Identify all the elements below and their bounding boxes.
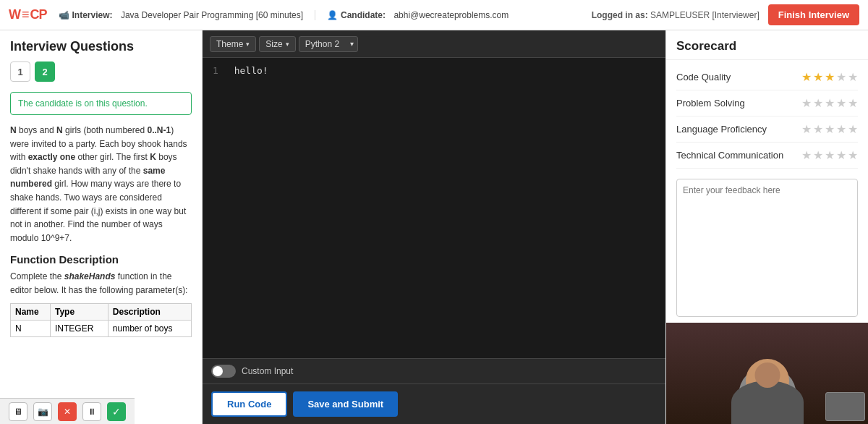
candidate-icon: 👤	[327, 10, 338, 20]
col-desc: Description	[108, 303, 191, 320]
score-items: Code Quality ★ ★ ★ ★ ★ Problem Solving ★…	[666, 60, 868, 173]
stars-problem-solving[interactable]: ★ ★ ★ ★ ★	[801, 96, 858, 110]
score-item-code-quality: Code Quality ★ ★ ★ ★ ★	[676, 64, 858, 90]
score-item-problem-solving: Problem Solving ★ ★ ★ ★ ★	[676, 90, 858, 116]
star-3[interactable]: ★	[825, 122, 835, 136]
star-2[interactable]: ★	[813, 122, 823, 136]
score-label-technical-communication: Technical Communication	[676, 150, 783, 161]
editor-toolbar: Theme ▾ Size ▾ Python 2 Python 3 Java C+…	[203, 30, 665, 58]
screen-share-icon: 🖥	[14, 407, 22, 417]
params-table: Name Type Description N INTEGER number o…	[10, 303, 192, 337]
video-area	[666, 323, 868, 424]
star-1[interactable]: ★	[801, 96, 812, 110]
save-submit-button[interactable]: Save and Submit	[293, 391, 398, 417]
screen-share-button[interactable]: 🖥	[9, 402, 27, 421]
star-5[interactable]: ★	[848, 96, 858, 110]
star-1[interactable]: ★	[801, 148, 812, 162]
lang-wrapper: Python 2 Python 3 Java C++ C	[299, 36, 358, 52]
score-item-technical-communication: Technical Communication ★ ★ ★ ★ ★	[676, 143, 858, 169]
star-5[interactable]: ★	[848, 122, 858, 136]
camera-icon: 📷	[38, 407, 48, 417]
question-nums: 1 2	[10, 62, 192, 82]
topbar-candidate: 👤 Candidate: abhi@wecreateproblems.com	[327, 10, 592, 20]
score-label-code-quality: Code Quality	[676, 72, 731, 82]
questions-title: Interview Questions	[10, 39, 192, 54]
left-panel: Interview Questions 1 2 The candidate is…	[0, 30, 203, 424]
editor-actions: Run Code Save and Submit	[203, 383, 665, 424]
question-body: N boys and N girls (both numbered 0..N-1…	[10, 124, 192, 245]
star-4[interactable]: ★	[836, 122, 846, 136]
candidate-email: abhi@wecreateproblems.com	[393, 10, 509, 20]
center-panel: Theme ▾ Size ▾ Python 2 Python 3 Java C+…	[203, 30, 665, 424]
editor-bottom-bar: Custom Input	[203, 358, 665, 383]
logo: W≡CP	[9, 7, 47, 22]
star-4[interactable]: ★	[836, 148, 846, 162]
theme-label: Theme	[216, 39, 243, 49]
topbar-interview: 📹 Interview: Java Developer Pair Program…	[59, 10, 315, 20]
score-item-language-proficiency: Language Proficiency ★ ★ ★ ★ ★	[676, 116, 858, 143]
right-panel: Scorecard Code Quality ★ ★ ★ ★ ★ Problem…	[665, 30, 868, 424]
main-layout: Interview Questions 1 2 The candidate is…	[0, 30, 868, 424]
toggle-knob	[213, 366, 223, 376]
question-num-2[interactable]: 2	[35, 62, 55, 82]
logged-info: Logged in as: SAMPLEUSER [Interviewer]	[592, 10, 760, 20]
star-4[interactable]: ★	[836, 70, 846, 84]
language-select[interactable]: Python 2 Python 3 Java C++ C	[299, 36, 358, 52]
function-description-text: Complete the shakeHands function in the …	[10, 270, 192, 297]
custom-input-label: Custom Input	[242, 366, 293, 376]
scorecard-title: Scorecard	[666, 30, 868, 60]
question-num-1[interactable]: 1	[10, 62, 30, 82]
score-label-problem-solving: Problem Solving	[676, 98, 745, 109]
star-3[interactable]: ★	[825, 70, 835, 84]
param-desc: number of boys	[108, 320, 191, 336]
end-button[interactable]: ✕	[58, 402, 77, 421]
stars-technical-communication[interactable]: ★ ★ ★ ★ ★	[801, 148, 858, 162]
stars-language-proficiency[interactable]: ★ ★ ★ ★ ★	[801, 122, 858, 136]
theme-chevron-icon: ▾	[246, 41, 250, 48]
function-description-title: Function Description	[10, 253, 192, 266]
star-1[interactable]: ★	[801, 70, 812, 84]
custom-input-toggle: Custom Input	[211, 365, 293, 378]
star-2[interactable]: ★	[813, 96, 823, 110]
score-label-language-proficiency: Language Proficiency	[676, 124, 767, 135]
candidate-label: Candidate:	[341, 10, 386, 20]
pause-icon: ⏸	[88, 407, 96, 417]
video-small-thumbnail	[825, 392, 865, 421]
star-5[interactable]: ★	[848, 70, 858, 84]
custom-input-switch[interactable]	[211, 365, 236, 378]
star-2[interactable]: ★	[813, 70, 823, 84]
table-row: N INTEGER number of boys	[11, 320, 192, 336]
topbar: W≡CP 📹 Interview: Java Developer Pair Pr…	[0, 0, 868, 30]
finish-interview-button[interactable]: Finish Interview	[768, 4, 859, 25]
size-chevron-icon: ▾	[286, 41, 289, 48]
camera-button[interactable]: 📷	[33, 402, 52, 421]
candidate-notice: The candidate is on this question.	[10, 92, 192, 115]
code-content: hello!	[234, 65, 268, 76]
col-type: Type	[50, 303, 108, 320]
feedback-textarea[interactable]	[676, 179, 858, 317]
confirm-button[interactable]: ✓	[107, 402, 126, 421]
close-icon: ✕	[64, 407, 71, 417]
size-dropdown[interactable]: Size ▾	[259, 36, 295, 52]
star-4[interactable]: ★	[836, 96, 846, 110]
line-number: 1	[213, 65, 218, 76]
theme-dropdown[interactable]: Theme ▾	[210, 36, 256, 52]
pause-button[interactable]: ⏸	[82, 402, 101, 421]
param-name: N	[11, 320, 51, 336]
interview-title: Java Developer Pair Programming [60 minu…	[121, 10, 303, 20]
star-3[interactable]: ★	[825, 148, 835, 162]
size-label: Size	[265, 39, 282, 49]
star-3[interactable]: ★	[825, 96, 835, 110]
star-1[interactable]: ★	[801, 122, 812, 136]
param-type: INTEGER	[50, 320, 108, 336]
col-name: Name	[11, 303, 51, 320]
interview-label: Interview:	[72, 10, 113, 20]
check-icon: ✓	[112, 406, 121, 417]
stars-code-quality[interactable]: ★ ★ ★ ★ ★	[801, 70, 858, 84]
bottom-bar: 🖥 📷 ✕ ⏸ ✓	[0, 398, 135, 424]
star-2[interactable]: ★	[813, 148, 823, 162]
star-5[interactable]: ★	[848, 148, 858, 162]
video-icon: 📹	[59, 10, 69, 20]
code-editor[interactable]: 1 hello!	[203, 58, 665, 358]
run-code-button[interactable]: Run Code	[211, 391, 287, 417]
